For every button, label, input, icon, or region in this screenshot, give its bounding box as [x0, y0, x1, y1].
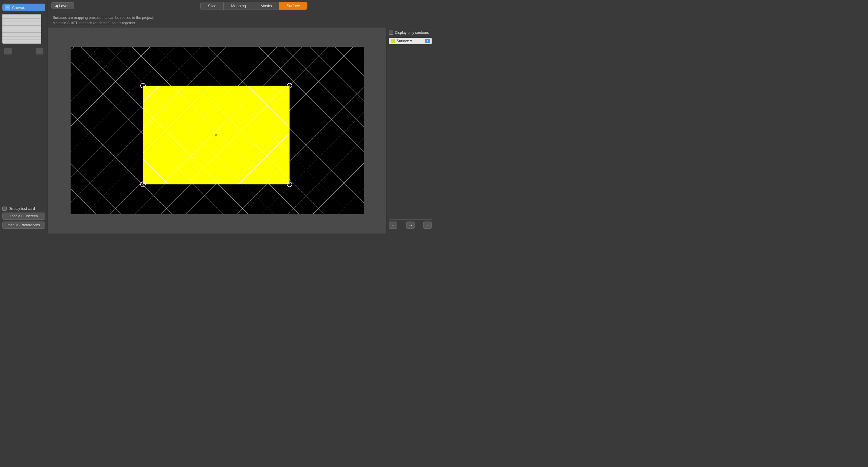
- sidebar-add-remove: + −: [0, 46, 48, 56]
- add-canvas-button[interactable]: +: [4, 48, 12, 55]
- info-line1: Surfaces are mapping presets that can be…: [53, 15, 429, 20]
- canvas-area: ✕: [70, 47, 364, 214]
- tab-surface[interactable]: Surface: [279, 2, 307, 9]
- display-contours-label: Display only contours: [395, 31, 429, 35]
- sidebar-bottom: Display test card Toggle Fullscreen macO…: [0, 204, 48, 231]
- header: ◀ Layout Slice Mapping Masks Surface: [48, 0, 434, 12]
- surface-color-swatch: [391, 39, 395, 43]
- back-arrow-icon: ◀: [55, 4, 58, 8]
- surface-rect[interactable]: ✕: [143, 86, 289, 184]
- info-line2: Maintain SHIFT to attach (or detach) poi…: [53, 20, 429, 26]
- display-contours-row: Display only contours: [389, 31, 432, 35]
- remove-canvas-button[interactable]: −: [36, 48, 43, 55]
- display-test-card-checkbox[interactable]: [2, 207, 7, 211]
- main-area: ◀ Layout Slice Mapping Masks Surface Sur…: [48, 0, 434, 233]
- sidebar-canvas-label: Canvas: [12, 5, 25, 10]
- panel-bottom-buttons: + ··· −: [389, 220, 432, 231]
- display-test-card-row: Display test card: [2, 207, 45, 211]
- canvas-icon: [5, 5, 10, 10]
- tab-mapping[interactable]: Mapping: [224, 2, 253, 9]
- canvas-thumbnail: [2, 14, 41, 44]
- macos-preferences-button[interactable]: macOS Preferences: [2, 222, 45, 229]
- surface-list-item[interactable]: Surface A ≡: [389, 38, 432, 44]
- panel-more-button[interactable]: ···: [406, 222, 414, 229]
- content-row: ✕ Display only contours Surface A: [48, 28, 434, 233]
- display-contours-checkbox[interactable]: [389, 31, 393, 35]
- tab-masks[interactable]: Masks: [253, 2, 279, 9]
- surface-item-name: Surface A: [397, 39, 423, 43]
- right-panel: Display only contours Surface A ≡ + ··· …: [386, 28, 434, 233]
- svg-rect-0: [6, 6, 9, 9]
- panel-remove-button[interactable]: −: [423, 222, 432, 229]
- toggle-fullscreen-button[interactable]: Toggle Fullscreen: [2, 212, 45, 220]
- surface-center-cross: ✕: [214, 133, 218, 138]
- back-button[interactable]: ◀ Layout: [52, 2, 74, 9]
- tab-slice[interactable]: Slice: [201, 2, 224, 9]
- display-test-card-label: Display test card: [8, 207, 35, 211]
- sidebar-item-canvas[interactable]: Canvas: [2, 4, 45, 11]
- surface-list: Surface A ≡: [389, 38, 432, 220]
- handle-bottom-left[interactable]: [140, 182, 146, 187]
- handle-bottom-right[interactable]: [287, 182, 292, 187]
- handle-top-right[interactable]: [287, 83, 292, 88]
- handle-top-left[interactable]: [140, 83, 146, 88]
- info-area: Surfaces are mapping presets that can be…: [48, 12, 434, 28]
- canvas-viewport[interactable]: ✕: [48, 28, 386, 233]
- thumbnail-preview: [2, 14, 41, 44]
- sidebar: Canvas + − Display test card Toggle Full…: [0, 0, 48, 233]
- surface-menu-button[interactable]: ≡: [425, 39, 430, 43]
- tab-group: Slice Mapping Masks Surface: [200, 2, 307, 10]
- panel-add-button[interactable]: +: [389, 222, 397, 229]
- layout-label: Layout: [59, 4, 70, 8]
